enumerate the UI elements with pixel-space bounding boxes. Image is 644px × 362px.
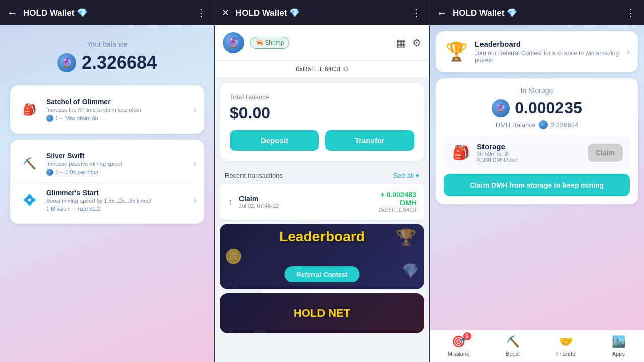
storage-item-fill: 3h 59m to fill — [477, 151, 582, 157]
friends-icon: 🤝 — [558, 334, 573, 349]
balance-row: 🔮 2.326684 — [57, 52, 157, 73]
wallet-balance-card: Total Balance $0.00 Deposit Transfer — [220, 83, 424, 161]
menu-button-2[interactable]: ⋮ — [411, 7, 422, 19]
satchel-item[interactable]: 🎒 Satchel of Glimmer Increase the fill t… — [18, 94, 196, 126]
storage-item-icon: 🎒 — [451, 143, 471, 163]
satchel-stat: 1→ Max claim 6h — [46, 115, 188, 122]
total-balance-label: Total Balance — [230, 93, 414, 101]
satchel-info: Satchel of Glimmer Increase the fill tim… — [46, 98, 188, 122]
bottom-nav: 🎯 5 Missions ⛏️ Boost 🤝 Friends 🏙️ Apps — [430, 330, 644, 362]
leaderboard-info: Leaderboard Join our Referral Contest fo… — [475, 40, 621, 64]
balance-icon: 🔮 — [57, 53, 76, 72]
close-button-2[interactable]: ✕ — [222, 7, 229, 18]
boost-label: Boost — [506, 351, 520, 357]
silver-swift-info: Silver Swift Increase passive mining spe… — [46, 152, 188, 176]
tx-amount: + 0.002483 DMH 0xD5F...E64Cd — [379, 191, 416, 213]
referral-contest-button[interactable]: Referral Contest — [284, 266, 359, 282]
storage-label: In Storage — [444, 86, 630, 95]
topbar-2: ✕ HOLD Wallet 💎 ⋮ — [215, 0, 429, 25]
storage-item: 🎒 Storage 3h 59m to fill 0.030 DMH/hour … — [444, 136, 630, 169]
app-title-1: HOLD Wallet 💎 — [23, 8, 196, 18]
panel-1: ← HOLD Wallet 💎 ⋮ Your balance 🔮 2.32668… — [0, 0, 214, 362]
app-title-2: HOLD Wallet 💎 — [235, 8, 411, 18]
dmh-balance: DMH Balance 2.326684 — [444, 120, 630, 129]
storage-coin-icon: 🔮 — [492, 99, 510, 117]
storage-item-rate: 0.030 DMH/hour — [477, 157, 582, 163]
silver-swift-desc: Increase passive mining speed — [46, 161, 188, 167]
tx-address: 0xD5F...E64Cd — [379, 207, 416, 213]
storage-amount-row: 🔮 0.000235 — [444, 99, 630, 117]
copy-icon[interactable]: ⧉ — [343, 65, 348, 73]
boost-icon: ⛏️ — [505, 334, 520, 349]
satchel-title: Satchel of Glimmer — [46, 98, 188, 106]
holdnet-title: HOLD NET — [294, 307, 350, 320]
diamond-icon-2: 💎 — [289, 8, 300, 18]
leaderboard-banner[interactable]: 🏆 Leaderboard 🪙 💎 Referral Contest — [220, 224, 424, 289]
see-all-button[interactable]: See all ▾ — [393, 172, 419, 179]
nav-missions[interactable]: 🎯 5 Missions — [448, 334, 469, 357]
app-title-3: HOLD Wallet 💎 — [453, 8, 626, 18]
satchel-icon: 🎒 — [18, 99, 40, 121]
glimmers-stat: 1 Mission → rate x1.2 — [46, 206, 188, 212]
transaction-item: ↑ Claim Jul 02, 07:48-12 + 0.002483 DMH … — [220, 184, 424, 220]
balance-section: Your balance 🔮 2.326684 — [57, 40, 157, 73]
glimmers-chevron: › — [194, 196, 196, 205]
qr-button[interactable]: ▦ — [396, 37, 406, 49]
silver-swift-chevron: › — [194, 159, 196, 168]
leaderboard-desc: Join our Referral Contest for a chance t… — [475, 50, 621, 64]
silver-swift-stat: 1→ 0.04 per hour — [46, 169, 188, 176]
silver-swift-item[interactable]: ⛏️ Silver Swift Increase passive mining … — [18, 148, 196, 180]
leaderboard-arrow: › — [627, 47, 630, 57]
holdnet-banner[interactable]: HOLD NET — [220, 293, 424, 333]
storage-amount: 0.000235 — [515, 99, 582, 117]
boosts-card: ⛏️ Silver Swift Increase passive mining … — [10, 140, 204, 224]
claim-dmh-button[interactable]: Claim DMH from storage to keep mining — [444, 174, 630, 196]
storage-item-info: Storage 3h 59m to fill 0.030 DMH/hour — [477, 142, 582, 163]
nav-friends[interactable]: 🤝 Friends — [556, 334, 575, 357]
stat-coin-icon — [46, 115, 53, 122]
promo-title: Leaderboard — [279, 229, 365, 244]
total-balance-amount: $0.00 — [230, 104, 414, 122]
glimmers-info: Glimmer's Start Boost mining speed by 1.… — [46, 189, 188, 212]
tx-type: Claim — [239, 195, 373, 203]
leaderboard-title: Leaderboard — [475, 40, 621, 48]
stat-coin-icon-2 — [46, 169, 53, 176]
friends-label: Friends — [556, 351, 575, 357]
satchel-desc: Increase the fill time to claim less oft… — [46, 107, 188, 113]
tx-value: + 0.002483 DMH — [379, 191, 416, 207]
deposit-button[interactable]: Deposit — [230, 130, 319, 151]
wallet-header: 🔮 🦐 Shrimp ▦ ⚙ — [215, 25, 429, 61]
glimmers-title: Glimmer's Start — [46, 189, 188, 197]
apps-label: Apps — [612, 351, 625, 357]
panel-1-content: Your balance 🔮 2.326684 🎒 Satchel of Gli… — [0, 25, 214, 362]
action-buttons: Deposit Transfer — [230, 130, 414, 151]
panel-3: ← HOLD Wallet 💎 ⋮ 🏆 Leaderboard Join our… — [429, 0, 644, 362]
nav-boost[interactable]: ⛏️ Boost — [505, 334, 520, 357]
diamond-icon-1: 💎 — [77, 8, 88, 18]
menu-button-3[interactable]: ⋮ — [626, 7, 637, 19]
tx-arrow-icon: ↑ — [228, 196, 233, 208]
glimmers-start-item[interactable]: 💠 Glimmer's Start Boost mining speed by … — [18, 182, 196, 216]
storage-section: In Storage 🔮 0.000235 DMH Balance 2.3266… — [436, 78, 638, 204]
wallet-avatar: 🔮 — [223, 32, 244, 53]
glimmers-desc: Boost mining speed by 1.5x...2x...3x tim… — [46, 198, 188, 204]
menu-button-1[interactable]: ⋮ — [196, 7, 207, 19]
shrimp-badge: 🦐 Shrimp — [250, 37, 289, 49]
back-button-1[interactable]: ← — [7, 7, 17, 19]
nav-apps[interactable]: 🏙️ Apps — [611, 334, 626, 357]
settings-button[interactable]: ⚙ — [412, 37, 421, 49]
back-button-3[interactable]: ← — [437, 7, 447, 19]
balance-label: Your balance — [57, 40, 157, 48]
panel-2: ✕ HOLD Wallet 💎 ⋮ 🔮 🦐 Shrimp ▦ ⚙ 0xD5F..… — [214, 0, 429, 362]
satchel-card[interactable]: 🎒 Satchel of Glimmer Increase the fill t… — [10, 85, 204, 134]
leaderboard-card[interactable]: 🏆 Leaderboard Join our Referral Contest … — [436, 31, 638, 72]
claim-button[interactable]: Claim — [588, 144, 623, 162]
tx-date: Jul 02, 07:48-12 — [239, 203, 373, 209]
glimmers-icon: 💠 — [18, 189, 40, 211]
transactions-header: Recent transactions See all ▾ — [215, 166, 429, 184]
panel-3-content: 🏆 Leaderboard Join our Referral Contest … — [430, 25, 644, 330]
address-bar: 0xD5F...E64Cd ⧉ — [215, 61, 429, 78]
transfer-button[interactable]: Transfer — [325, 130, 414, 151]
panel-2-content: 🔮 🦐 Shrimp ▦ ⚙ 0xD5F...E64Cd ⧉ Total Bal… — [215, 25, 429, 362]
recent-tx-label: Recent transactions — [225, 172, 283, 179]
